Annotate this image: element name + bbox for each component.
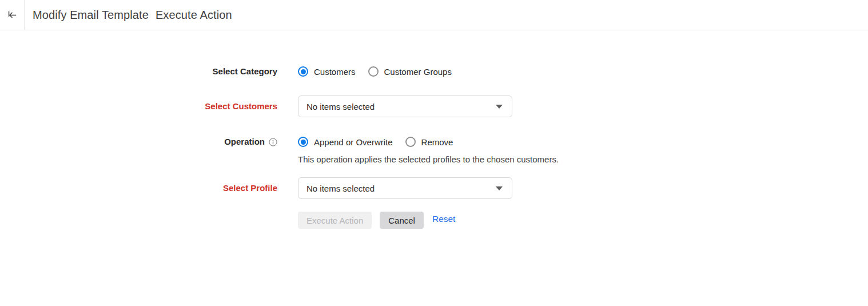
- select-profile-label: Select Profile: [0, 181, 277, 195]
- radio-dot: [371, 69, 376, 74]
- page-title-action-name: Execute Action: [156, 9, 232, 22]
- radio-option-remove[interactable]: Remove: [405, 137, 453, 147]
- operation-radio-group: Append or Overwrite Remove: [298, 135, 868, 149]
- radio-dot: [408, 140, 413, 145]
- radio-label[interactable]: Append or Overwrite: [314, 137, 393, 147]
- operation-help-text: This operation applies the selected prof…: [298, 154, 868, 164]
- radio-unselected-icon[interactable]: [368, 66, 379, 77]
- reset-link[interactable]: Reset: [432, 214, 456, 224]
- operation-row: Operation Append or Overwrite Remove: [0, 135, 868, 164]
- form-actions-row: Execute Action Cancel Reset: [0, 212, 868, 229]
- radio-option-append-overwrite[interactable]: Append or Overwrite: [298, 137, 393, 147]
- select-customers-dropdown[interactable]: No items selected: [298, 96, 512, 117]
- radio-label[interactable]: Customers: [314, 67, 356, 77]
- radio-selected-icon[interactable]: [298, 66, 308, 77]
- execute-action-form: Select Category Customers Customer Group…: [0, 30, 868, 229]
- dropdown-selected-value: No items selected: [306, 184, 375, 193]
- back-button[interactable]: [0, 0, 25, 30]
- page-title-template-name: Modify Email Template: [33, 9, 149, 22]
- cancel-button[interactable]: Cancel: [380, 212, 424, 229]
- select-profile-dropdown[interactable]: No items selected: [298, 177, 512, 199]
- dropdown-selected-value: No items selected: [306, 102, 375, 112]
- chevron-down-icon: [496, 186, 503, 190]
- radio-selected-icon[interactable]: [298, 137, 308, 147]
- select-profile-row: Select Profile No items selected: [0, 177, 868, 199]
- chevron-down-icon: [496, 105, 503, 109]
- arrow-left-to-bar-icon: [6, 9, 18, 21]
- operation-label: Operation: [0, 135, 277, 149]
- select-category-label: Select Category: [0, 65, 277, 78]
- radio-option-customer-groups[interactable]: Customer Groups: [368, 66, 452, 77]
- select-customers-row: Select Customers No items selected: [0, 96, 868, 117]
- action-buttons: Execute Action Cancel Reset: [298, 212, 868, 229]
- page-title: Modify Email Template Execute Action: [25, 0, 232, 30]
- page-header: Modify Email Template Execute Action: [0, 0, 868, 30]
- radio-label[interactable]: Customer Groups: [384, 67, 452, 77]
- category-radio-group: Customers Customer Groups: [298, 65, 868, 78]
- operation-label-text: Operation: [224, 135, 265, 149]
- radio-dot: [301, 69, 306, 74]
- select-category-row: Select Category Customers Customer Group…: [0, 65, 868, 78]
- execute-action-button[interactable]: Execute Action: [298, 212, 372, 229]
- radio-option-customers[interactable]: Customers: [298, 66, 356, 77]
- select-customers-label: Select Customers: [0, 100, 277, 113]
- radio-unselected-icon[interactable]: [405, 137, 416, 147]
- radio-label[interactable]: Remove: [421, 137, 453, 147]
- info-icon[interactable]: [269, 138, 277, 146]
- radio-dot: [301, 140, 306, 145]
